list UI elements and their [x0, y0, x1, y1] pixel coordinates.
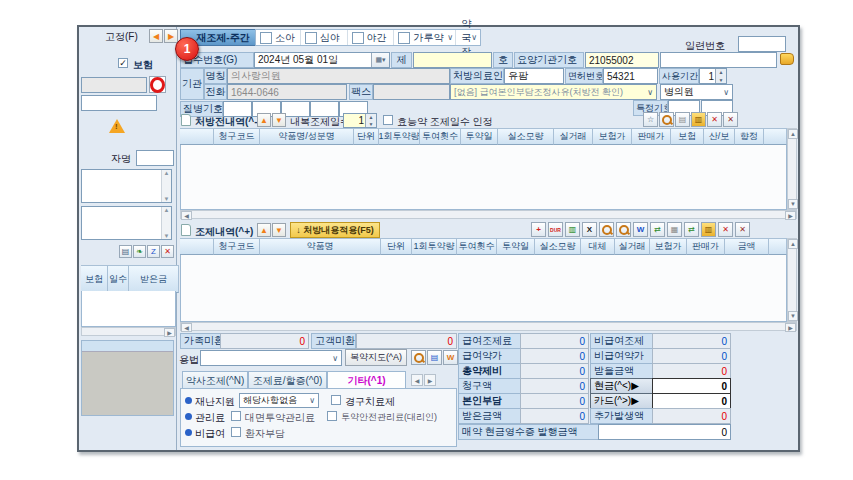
- pin-left-button[interactable]: ◀: [149, 29, 163, 43]
- cash-amount-field[interactable]: 0: [652, 378, 731, 394]
- search-icon[interactable]: [659, 112, 674, 127]
- memo2-scrollbar[interactable]: ▲▼: [161, 207, 171, 239]
- face-to-face-checkbox[interactable]: [231, 411, 241, 421]
- cash-receipt-value[interactable]: 0: [598, 424, 731, 440]
- delete-row-icon[interactable]: ✕: [707, 112, 722, 127]
- disp-col[interactable]: 실소모량: [535, 238, 581, 255]
- dispense-move-up-button[interactable]: ▲: [257, 223, 271, 237]
- dur-check-icon[interactable]: DUR: [548, 222, 563, 237]
- rx-col[interactable]: 향정: [735, 128, 764, 145]
- memo-textarea-2[interactable]: ▲▼: [81, 206, 172, 240]
- delete-row-icon[interactable]: ✕: [718, 222, 733, 237]
- delete-icon[interactable]: ✕: [161, 245, 174, 258]
- search-drug-icon[interactable]: [616, 222, 631, 237]
- note-icon[interactable]: ▤: [119, 245, 132, 258]
- rx-col[interactable]: 실소모량: [498, 128, 554, 145]
- rx-vscrollbar[interactable]: ▲ ▼: [787, 128, 797, 210]
- scroll-down-icon[interactable]: ▼: [788, 311, 798, 321]
- drug-bag-icon[interactable]: ▥: [565, 222, 580, 237]
- disaster-support-combo[interactable]: 해당사항없음 ∨: [239, 393, 319, 408]
- safety-mgmt-checkbox[interactable]: [327, 411, 337, 421]
- rx-col[interactable]: 실거래: [554, 128, 593, 145]
- disp-col[interactable]: 금액: [725, 238, 769, 255]
- rx-col[interactable]: 보험가: [593, 128, 632, 145]
- disp-col[interactable]: 1회투약량: [412, 238, 457, 255]
- usage-combo[interactable]: ∨: [200, 350, 342, 366]
- spinner-buttons[interactable]: ▲▼: [365, 114, 376, 127]
- stop-button[interactable]: [149, 76, 166, 93]
- clipboard-icon[interactable]: ▤: [675, 112, 690, 127]
- disp-col[interactable]: 판매가: [687, 238, 725, 255]
- rx-col[interactable]: 약품명/성분명: [260, 128, 354, 145]
- search-claim-icon[interactable]: [599, 222, 614, 237]
- disp-col[interactable]: 단위: [381, 238, 412, 255]
- copay-reason-combo[interactable]: [없음] 급여본인부담조정사유(처방전 확인) ∨: [450, 84, 657, 100]
- ledger-book-icon[interactable]: ▥: [691, 112, 706, 127]
- rx-col[interactable]: 보험: [671, 128, 704, 145]
- scroll-up-icon[interactable]: ▲: [788, 239, 798, 249]
- rx-col[interactable]: 1회투약량: [379, 128, 420, 145]
- rx-move-down-button[interactable]: ▼: [272, 113, 286, 127]
- rx-col[interactable]: 투약일: [461, 128, 498, 145]
- zoom-icon[interactable]: [411, 350, 426, 365]
- swap-icon[interactable]: ⇄: [650, 222, 665, 237]
- org-name-field[interactable]: [660, 52, 777, 68]
- scroll-left-icon[interactable]: ◀: [181, 211, 192, 220]
- word-icon[interactable]: W: [443, 350, 458, 365]
- serial-field[interactable]: [738, 36, 786, 52]
- scroll-right-icon[interactable]: ▶: [164, 328, 175, 337]
- patient-burden-checkbox[interactable]: [231, 427, 241, 437]
- card-button[interactable]: 카드(^>)▶: [590, 393, 653, 409]
- pack-icon[interactable]: ▦: [667, 222, 682, 237]
- soa-checkbox[interactable]: [260, 32, 272, 44]
- scroll-left-icon[interactable]: ◀: [181, 323, 192, 332]
- dispense-table-body[interactable]: [180, 255, 787, 322]
- tab-pharmacist-dispense[interactable]: 약사조제(^N): [182, 371, 248, 389]
- receipt-date-field[interactable]: 2024년 05월 01일 ▦▾: [254, 52, 390, 68]
- tab-scroll-right-button[interactable]: ▶: [424, 374, 436, 386]
- dispense-vscrollbar[interactable]: ▲ ▼: [787, 238, 797, 322]
- memo1-scrollbar[interactable]: ▲▼: [161, 170, 171, 202]
- add-drug-icon[interactable]: +: [531, 222, 546, 237]
- pharmacist-combo[interactable]: 약국장 ∨: [456, 30, 480, 45]
- favorite-star-icon[interactable]: ☆: [643, 112, 658, 127]
- disp-col[interactable]: 보험가: [650, 238, 687, 255]
- disp-col[interactable]: 약품명: [260, 238, 381, 255]
- scroll-up-icon[interactable]: ▲: [788, 129, 798, 139]
- ledger-book-icon[interactable]: ▥: [701, 222, 716, 237]
- rx-hscrollbar[interactable]: ◀ ▶: [180, 210, 797, 219]
- spinner-buttons[interactable]: ▲▼: [715, 69, 726, 83]
- disp-col[interactable]: 청구코드: [214, 238, 260, 255]
- memo-textarea-1[interactable]: ▲▼: [81, 169, 172, 203]
- dispense-hscrollbar[interactable]: ◀ ▶: [180, 322, 797, 331]
- rx-col[interactable]: 산/보: [704, 128, 735, 145]
- insurance-checkbox[interactable]: ✓: [118, 58, 128, 68]
- patient-name-input[interactable]: [136, 150, 174, 166]
- disp-col[interactable]: 실거래: [615, 238, 650, 255]
- insert-w-icon[interactable]: W: [633, 222, 648, 237]
- rx-col[interactable]: 투여횟수: [420, 128, 461, 145]
- pin-right-button[interactable]: ▶: [164, 29, 178, 43]
- exchange-icon[interactable]: ⇄: [684, 222, 699, 237]
- history-hscrollbar[interactable]: ▶: [81, 327, 176, 336]
- scroll-right-icon[interactable]: ▶: [785, 211, 796, 220]
- history-list[interactable]: [81, 291, 176, 327]
- efficacy-days-checkbox[interactable]: [383, 115, 393, 125]
- apply-rx-button[interactable]: ↓ 처방내용적용(F5): [290, 222, 380, 238]
- lookup-book-icon[interactable]: [780, 53, 794, 65]
- cash-button[interactable]: 현금(^<)▶: [590, 378, 653, 394]
- tab-etc[interactable]: 기타(^1): [327, 371, 406, 389]
- rx-col[interactable]: 판매가: [632, 128, 671, 145]
- delete-all-icon[interactable]: ✕: [723, 112, 738, 127]
- doctor-field[interactable]: 유팜: [504, 68, 564, 84]
- chevron-down-icon[interactable]: ∨: [447, 33, 455, 42]
- preview-icon[interactable]: ▤: [427, 350, 442, 365]
- period-spinner[interactable]: 1 ▲▼: [699, 68, 727, 84]
- org-no-field[interactable]: 21055002: [585, 52, 659, 68]
- yagan-checkbox[interactable]: [352, 32, 364, 44]
- dispense-move-down-button[interactable]: ▼: [272, 223, 286, 237]
- medication-guide-button[interactable]: 복약지도(^A): [345, 349, 407, 366]
- delete-x-icon[interactable]: X: [582, 222, 597, 237]
- calendar-button[interactable]: ▦▾: [371, 53, 389, 67]
- garuyak-checkbox[interactable]: [398, 32, 410, 44]
